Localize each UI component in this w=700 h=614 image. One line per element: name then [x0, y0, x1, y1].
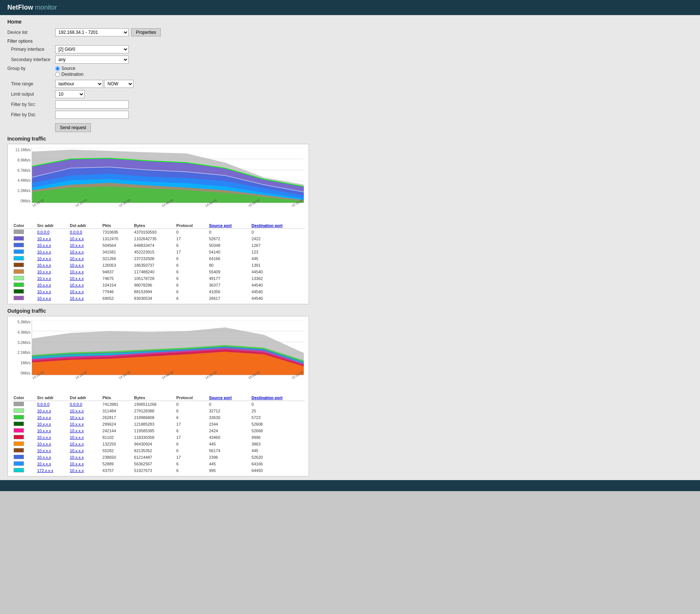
cell-protocol: 6 [174, 262, 207, 269]
cell-dst: 10.x.x.x [68, 275, 100, 282]
cell-src-port: 2424 [207, 427, 249, 434]
cell-dst: 10.x.x.x [68, 288, 100, 295]
properties-button[interactable]: Properties [131, 28, 161, 36]
outgoing-chart-area: 5.3Mb/s 4.3Mb/s 3.2Mb/s 2.1Mb/s 1Mb/s 0M… [11, 320, 305, 393]
table-row: 10.x.x.x 10.x.x.x 104154 98078296 6 3637… [11, 282, 305, 288]
cell-dst-port: 445 [249, 447, 305, 454]
cell-dst-port: 123 [249, 249, 305, 255]
cell-pkts: 299624 [100, 421, 132, 427]
cell-dst-port: 5723 [249, 414, 305, 421]
cell-dst: 10.x.x.x [68, 427, 100, 434]
incoming-title: Incoming traffic [7, 136, 693, 142]
incoming-chart-container: 11.1Mb/s 8.9Mb/s 6.7Mb/s 4.4Mb/s 2.2Mb/s… [7, 144, 309, 304]
filter-src-input[interactable] [55, 100, 129, 109]
cell-src-port: 995 [207, 467, 249, 474]
cell-color [11, 242, 35, 249]
out-col-pkts: Pkts [100, 395, 132, 401]
cell-src: 10.x.x.x [35, 262, 68, 269]
cell-dst-port: 25 [249, 408, 305, 414]
cell-protocol: 6 [174, 288, 207, 295]
cell-dst-port: 64493 [249, 467, 305, 474]
cell-protocol: 0 [174, 401, 207, 408]
col-color: Color [11, 223, 35, 229]
cell-pkts: 43757 [100, 467, 132, 474]
y-label-3: 4.4Mb/s [11, 178, 31, 182]
group-by-label: Group by [7, 66, 55, 71]
cell-color [11, 408, 35, 414]
filter-dst-input[interactable] [55, 111, 129, 119]
time-range-row: Time range lasthour NOW [7, 80, 693, 88]
cell-bytes: 118330358 [132, 434, 174, 441]
out-col-dst-addr: Dst addr [68, 395, 100, 401]
cell-src: 10.x.x.x [35, 235, 68, 242]
cell-dst: 10.x.x.x [68, 461, 100, 467]
secondary-interface-select[interactable]: any [55, 56, 129, 64]
cell-dst: 10.x.x.x [68, 447, 100, 454]
table-row: 10.x.x.x 10.x.x.x 321266 237232508 6 641… [11, 255, 305, 262]
cell-bytes: 119585395 [132, 427, 174, 434]
cell-dst: 10.x.x.x [68, 235, 100, 242]
cell-src-port: 52672 [207, 235, 249, 242]
filter-options-label: Filter options [7, 39, 33, 44]
cell-bytes: 82135352 [132, 447, 174, 454]
cell-dst-port: 52608 [249, 421, 305, 427]
time-range-now-select[interactable]: NOW [104, 80, 134, 88]
limit-output-select[interactable]: 10 [55, 90, 85, 98]
cell-protocol: 6 [174, 255, 207, 262]
cell-protocol: 0 [174, 229, 207, 236]
table-row: 10.x.x.x 10.x.x.x 77946 88153994 6 41056… [11, 288, 305, 295]
cell-src: 10.x.x.x [35, 288, 68, 295]
cell-protocol: 17 [174, 434, 207, 441]
header: NetFlow monitor [0, 0, 700, 15]
limit-output-row: Limit output 10 [7, 90, 693, 98]
device-list-select[interactable]: 192.168.34.1 - 7201 [55, 28, 129, 36]
radio-destination-item: Destination [55, 72, 83, 77]
cell-bytes: 237232508 [132, 255, 174, 262]
cell-color [11, 461, 35, 467]
send-request-button[interactable]: Send request [55, 123, 91, 132]
cell-bytes: 88153994 [132, 288, 174, 295]
radio-source[interactable] [55, 66, 60, 71]
cell-dst-port: 44540 [249, 295, 305, 302]
cell-dst-port: 44540 [249, 288, 305, 295]
cell-color [11, 447, 35, 454]
cell-src-port: 2396 [207, 454, 249, 461]
cell-protocol: 6 [174, 275, 207, 282]
table-row: 10.x.x.x 10.x.x.x 262817 219986808 6 336… [11, 414, 305, 421]
cell-pkts: 104154 [100, 282, 132, 288]
cell-dst-port: 1391 [249, 262, 305, 269]
cell-dst: 10.x.x.x [68, 441, 100, 447]
cell-dst-port: 445 [249, 255, 305, 262]
primary-interface-select[interactable]: [2] Gi0/0 [55, 45, 129, 53]
cell-color [11, 288, 35, 295]
primary-interface-row: Primary interface [2] Gi0/0 [7, 45, 693, 53]
breadcrumb: Home [7, 19, 693, 25]
cell-protocol: 17 [174, 421, 207, 427]
cell-pkts: 7310695 [100, 229, 132, 236]
cell-protocol: 6 [174, 242, 207, 249]
out-col-src-port: Source port [207, 395, 249, 401]
cell-color [11, 295, 35, 302]
cell-src-port: 50348 [207, 242, 249, 249]
group-by-radio-group: Source Destination [55, 66, 83, 78]
cell-bytes: 452223915 [132, 249, 174, 255]
cell-src-port: 64166 [207, 255, 249, 262]
table-row: 10.x.x.x 10.x.x.x 52889 56362567 6 445 6… [11, 461, 305, 467]
cell-dst-port: 9996 [249, 434, 305, 441]
cell-dst-port: 1267 [249, 242, 305, 249]
cell-dst: 10.x.x.x [68, 467, 100, 474]
cell-pkts: 77946 [100, 288, 132, 295]
radio-destination[interactable] [55, 72, 60, 77]
y-axis-outgoing: 5.3Mb/s 4.3Mb/s 3.2Mb/s 2.1Mb/s 1Mb/s 0M… [11, 320, 31, 375]
x-axis-incoming: 14:10:00 14:20:00 14:30:00 14:40:00 14:5… [32, 205, 304, 208]
cell-bytes: 98078296 [132, 282, 174, 288]
table-row: 10.x.x.x 10.x.x.x 311484 279128388 6 327… [11, 408, 305, 414]
cell-dst-port: 52668 [249, 427, 305, 434]
cell-color [11, 235, 35, 242]
y-out-label-3: 2.1Mb/s [11, 351, 31, 355]
cell-color [11, 427, 35, 434]
time-range-select[interactable]: lasthour [55, 80, 103, 88]
cell-bytes: 105178728 [132, 275, 174, 282]
cell-protocol: 6 [174, 447, 207, 454]
cell-src-port: 445 [207, 461, 249, 467]
